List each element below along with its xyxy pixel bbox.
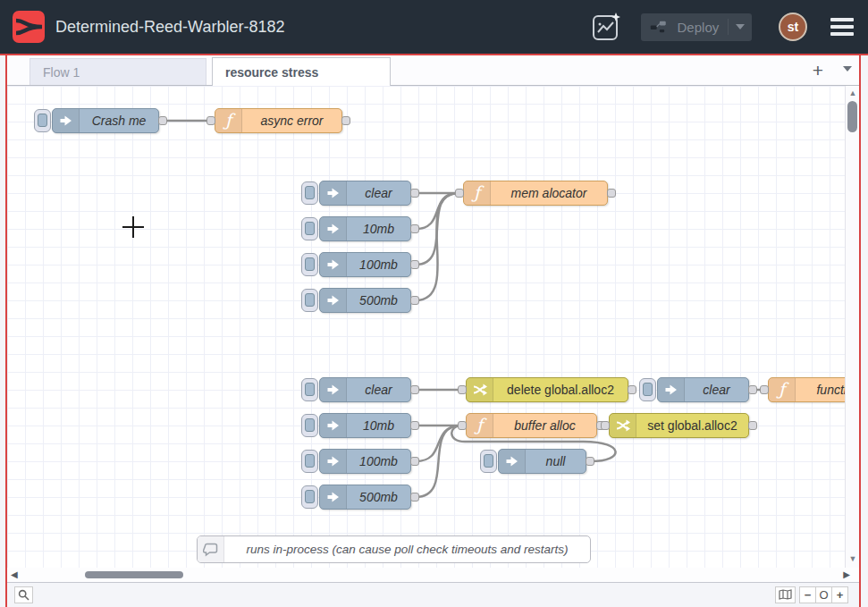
input-port[interactable] <box>458 421 467 430</box>
output-port[interactable] <box>410 421 419 430</box>
vertical-scrollbar-thumb[interactable] <box>847 101 857 132</box>
output-port[interactable] <box>586 457 594 466</box>
output-port[interactable] <box>410 493 419 502</box>
inject-button[interactable] <box>301 289 318 312</box>
node-set-global-alloc2[interactable]: set global.alloc2 <box>609 413 749 438</box>
node-delete-global-alloc2[interactable]: delete global.alloc2 <box>466 377 628 402</box>
function-icon: ƒ <box>464 181 491 205</box>
node-clear-buf[interactable]: clear <box>319 377 411 402</box>
output-port[interactable] <box>410 224 419 233</box>
node-500mb-buf[interactable]: 500mb <box>319 485 411 510</box>
inject-icon <box>320 289 347 312</box>
node-crash-me[interactable]: Crash me <box>52 108 159 133</box>
node-100mb-buf[interactable]: 100mb <box>319 449 411 474</box>
node-label: 500mb <box>347 485 410 509</box>
node-10mb-mem[interactable]: 10mb <box>319 216 411 241</box>
inject-button[interactable] <box>480 450 497 473</box>
node-label: 10mb <box>347 217 410 240</box>
inject-icon <box>320 378 347 401</box>
output-port[interactable] <box>628 385 636 394</box>
node-label: Crash me <box>80 109 158 132</box>
input-port[interactable] <box>206 116 215 125</box>
flow-list-chevron-icon[interactable] <box>843 66 852 72</box>
inject-icon <box>320 181 347 205</box>
node-label: clear <box>347 378 410 401</box>
output-port[interactable] <box>748 385 757 394</box>
inject-button[interactable] <box>301 414 318 437</box>
inject-button[interactable] <box>301 217 318 240</box>
tab-resource-stress[interactable]: resource stress <box>212 57 391 86</box>
horizontal-scrollbar-thumb[interactable] <box>85 571 183 578</box>
output-port[interactable] <box>158 116 167 125</box>
scroll-down-icon[interactable]: ▼ <box>846 554 859 563</box>
inject-icon <box>320 253 347 276</box>
search-button[interactable] <box>14 586 33 603</box>
node-mem-alocator[interactable]: ƒmem alocator <box>463 181 608 206</box>
node-label: null <box>526 450 586 473</box>
node-null-inject[interactable]: null <box>498 449 586 474</box>
function-icon: ƒ <box>467 414 493 437</box>
workspace: Flow 1 resource stress + ▲ ▼ Crash meƒas… <box>7 55 859 607</box>
tab-flow-1[interactable]: Flow 1 <box>29 58 206 85</box>
output-port[interactable] <box>607 189 616 198</box>
output-port[interactable] <box>410 189 419 198</box>
node-100mb-mem[interactable]: 100mb <box>319 252 411 277</box>
node-comment[interactable]: runs in-process (can cause poll check ti… <box>197 535 591 563</box>
flow-assistant-icon[interactable] <box>591 11 623 43</box>
scroll-right-icon[interactable]: ▶ <box>843 569 850 579</box>
flow-canvas[interactable]: ▲ ▼ Crash meƒasync errorclear10mb100mb50… <box>7 86 859 568</box>
zoom-in-button[interactable]: + <box>831 586 848 603</box>
output-port[interactable] <box>410 260 419 269</box>
node-async-error[interactable]: ƒasync error <box>215 108 342 133</box>
node-label: 10mb <box>347 414 410 437</box>
hamburger-menu-icon[interactable] <box>830 18 854 36</box>
node-label: clear <box>347 181 410 205</box>
vertical-scrollbar[interactable]: ▲ ▼ <box>845 86 859 568</box>
output-port[interactable] <box>410 296 419 305</box>
scroll-left-icon[interactable]: ◀ <box>11 569 18 579</box>
input-port[interactable] <box>458 385 467 394</box>
output-port[interactable] <box>341 116 350 125</box>
input-port[interactable] <box>760 385 769 394</box>
function-icon: ƒ <box>769 378 796 401</box>
inject-icon <box>658 378 685 401</box>
node-clear-mem[interactable]: clear <box>319 181 411 206</box>
inject-button[interactable] <box>301 181 318 205</box>
inject-button[interactable] <box>639 378 656 401</box>
inject-icon <box>320 485 347 509</box>
scroll-up-icon[interactable]: ▲ <box>846 89 859 97</box>
output-port[interactable] <box>410 385 419 394</box>
node-buffer-alloc[interactable]: ƒbuffer alloc <box>466 413 597 438</box>
zoom-reset-button[interactable]: O <box>815 586 832 603</box>
right-accent-rail <box>859 55 861 607</box>
deploy-button[interactable]: Deploy <box>641 13 752 41</box>
flowfuse-logo-icon[interactable] <box>13 11 45 43</box>
zoom-out-button[interactable]: − <box>799 586 816 603</box>
node-clear-fn[interactable]: clear <box>657 377 749 402</box>
wire-layer <box>7 86 859 568</box>
inject-button[interactable] <box>34 109 51 132</box>
deploy-divider <box>728 19 729 35</box>
comment-icon <box>198 536 224 562</box>
node-label: 100mb <box>347 253 410 276</box>
inject-icon <box>320 414 347 437</box>
output-port[interactable] <box>410 457 419 466</box>
node-label: buffer alloc <box>493 414 596 437</box>
add-flow-button[interactable]: + <box>807 59 829 82</box>
input-port[interactable] <box>455 189 464 198</box>
node-10mb-buf[interactable]: 10mb <box>319 413 411 438</box>
user-avatar[interactable]: st <box>779 13 807 41</box>
inject-button[interactable] <box>301 485 318 509</box>
inject-button[interactable] <box>301 450 318 473</box>
node-red-editor: Determined-Reed-Warbler-8182 Deploy st <box>0 0 868 607</box>
avatar-initials: st <box>788 20 798 34</box>
inject-button[interactable] <box>301 253 318 276</box>
deploy-dropdown-chevron-icon[interactable] <box>736 24 745 30</box>
inject-button[interactable] <box>301 378 318 401</box>
navigator-map-button[interactable] <box>775 586 796 603</box>
input-port[interactable] <box>601 421 610 430</box>
output-port[interactable] <box>748 421 757 430</box>
horizontal-scrollbar[interactable]: ◀ ▶ <box>7 568 859 582</box>
node-label: delete global.alloc2 <box>493 378 628 401</box>
node-500mb-mem[interactable]: 500mb <box>319 288 411 313</box>
